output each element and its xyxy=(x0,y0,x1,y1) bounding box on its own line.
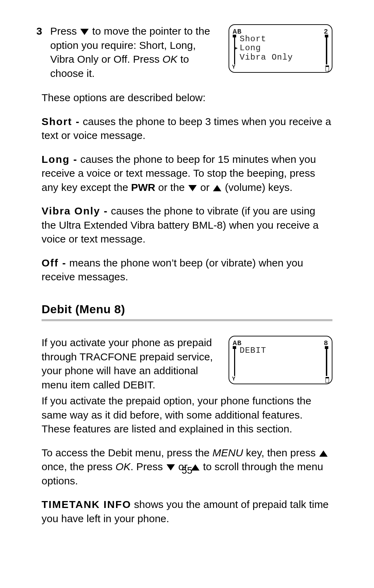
lcd1-line3: Vibra Only xyxy=(240,53,323,62)
triangle-down-icon xyxy=(80,29,89,35)
battery-bar-icon xyxy=(325,346,328,376)
option-off-label: Off - xyxy=(42,257,66,269)
debit-p3-a: To access the Debit menu, press the xyxy=(42,447,213,458)
step-body: Press to move the pointer to the option … xyxy=(50,24,332,80)
option-short: Short - causes the phone to beep 3 times… xyxy=(42,115,332,143)
section-rule xyxy=(42,319,332,321)
menu-key-label: MENU xyxy=(213,447,243,458)
option-vibra-label: Vibra Only - xyxy=(42,205,108,217)
triangle-up-icon xyxy=(213,185,221,191)
lcd2-line1: DEBIT xyxy=(240,346,323,355)
option-vibra: Vibra Only - causes the phone to vibrate… xyxy=(42,204,332,246)
step3-pre: Press xyxy=(50,25,80,37)
lcd1-bottom xyxy=(232,64,329,71)
triangle-up-icon xyxy=(319,450,328,457)
lcd1-top-left: AB xyxy=(233,27,242,33)
option-long-text-c: or xyxy=(197,182,212,193)
antenna-icon xyxy=(232,64,235,71)
lcd1-line1: Short xyxy=(240,35,323,44)
battery-bar-icon xyxy=(325,35,328,64)
option-short-text: causes the phone to beep 3 times when yo… xyxy=(42,116,331,141)
section-heading-debit: Debit (Menu 8) xyxy=(42,301,332,317)
step-number: 3 xyxy=(36,24,47,38)
option-long-label: Long - xyxy=(42,153,78,165)
step-3: 3 Press to move the pointer to the optio… xyxy=(42,24,332,80)
option-long: Long - causes the phone to beep for 15 m… xyxy=(42,152,332,195)
step-text: Press to move the pointer to the option … xyxy=(50,24,218,80)
debit-intro-block: If you activate your phone as prepaid th… xyxy=(42,336,332,392)
lcd2-bottom xyxy=(232,376,329,383)
battery-icon xyxy=(326,64,329,71)
debit-p3-b: key, then press xyxy=(243,447,319,458)
antenna-icon xyxy=(232,376,235,383)
debit-intro-text: If you activate your phone as prepaid th… xyxy=(42,336,218,392)
option-off: Off - means the phone won’t beep (or vib… xyxy=(42,256,332,284)
timetank-label: TIMETANK INFO xyxy=(42,499,131,510)
phone-screen-alert-type: AB 2 ShortLongVibra Only xyxy=(229,24,332,73)
pwr-key-label: PWR xyxy=(131,182,155,193)
lcd1-line2-selected: Long xyxy=(240,44,323,53)
lcd2-top-left: AB xyxy=(233,339,242,345)
ok-key-label: OK xyxy=(162,53,177,65)
lcd1-menu: ShortLongVibra Only xyxy=(240,35,323,62)
lcd2-top-right: 8 xyxy=(324,339,328,345)
lcd1-top-right: 2 xyxy=(324,27,328,33)
page-number: 55 xyxy=(0,464,374,477)
page: 3 Press to move the pointer to the optio… xyxy=(0,0,374,588)
lcd2-top-row: AB 8 xyxy=(233,339,328,345)
debit-p2: If you activate the prepaid option, your… xyxy=(42,394,332,436)
lcd2-menu: DEBIT xyxy=(240,346,323,355)
battery-icon xyxy=(326,376,329,383)
timetank-info: TIMETANK INFO shows you the amount of pr… xyxy=(42,498,332,526)
signal-bar-icon xyxy=(233,346,236,376)
phone-screen-debit: AB 8 DEBIT xyxy=(229,336,332,384)
option-long-text-d: (volume) keys. xyxy=(222,182,292,193)
lcd-top-row: AB 2 xyxy=(233,27,328,33)
option-short-label: Short - xyxy=(42,116,80,127)
option-off-text: means the phone won’t beep (or vibrate) … xyxy=(42,257,303,283)
option-long-text-b: or the xyxy=(155,182,188,193)
triangle-down-icon xyxy=(188,185,197,191)
options-intro: These options are described below: xyxy=(42,91,332,105)
